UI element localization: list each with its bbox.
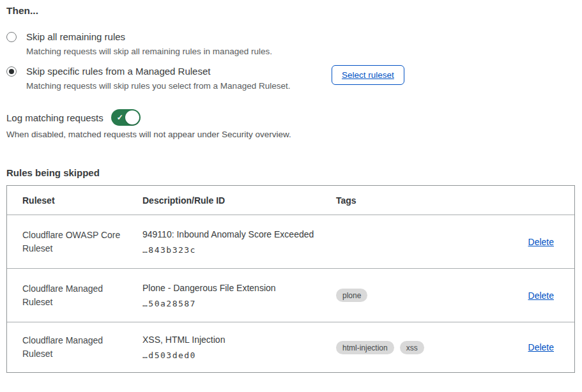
tags-cell: html-injection xss [336, 341, 497, 354]
rule-description-cell: 949110: Inbound Anomaly Score Exceeded …… [142, 229, 336, 255]
radio-description-skip-specific: Matching requests will skip rules you se… [26, 80, 290, 93]
delete-link[interactable]: Delete [528, 342, 554, 352]
rule-id: …d503ded0 [142, 351, 336, 360]
rule-description-cell: XSS, HTML Injection …d503ded0 [142, 335, 336, 360]
table-row: Cloudflare OWASP Core Ruleset 949110: In… [7, 215, 574, 268]
rule-id: …50a28587 [142, 299, 336, 308]
log-matching-row: Log matching requests ✓ [6, 109, 141, 126]
table-header-row: Ruleset Description/Rule ID Tags [7, 186, 574, 215]
delete-link[interactable]: Delete [528, 237, 554, 247]
radio-label-skip-all[interactable]: Skip all remaining rules [26, 30, 272, 43]
ruleset-name: Cloudflare OWASP Core Ruleset [7, 229, 142, 255]
log-matching-help-text: When disabled, matched requests will not… [6, 130, 291, 139]
toggle-knob[interactable] [125, 110, 139, 124]
log-matching-label: Log matching requests [6, 112, 103, 123]
radio-option-skip-all[interactable]: Skip all remaining rules Matching reques… [6, 30, 272, 58]
rules-table: Ruleset Description/Rule ID Tags Cloudfl… [6, 185, 575, 373]
actions-cell: Delete [528, 236, 574, 248]
rule-description: Plone - Dangerous File Extension [142, 283, 336, 293]
ruleset-name: Cloudflare Managed Ruleset [7, 334, 142, 361]
tag-pill: html-injection [336, 341, 394, 354]
tag-pill: xss [400, 341, 424, 354]
column-header-tags: Tags [336, 195, 497, 206]
actions-cell: Delete [528, 342, 574, 353]
rule-description: 949110: Inbound Anomaly Score Exceeded [142, 229, 336, 239]
delete-link[interactable]: Delete [528, 290, 554, 301]
radio-option-skip-specific[interactable]: Skip specific rules from a Managed Rules… [6, 64, 290, 93]
select-ruleset-button[interactable]: Select ruleset [332, 65, 404, 85]
radio-dot-icon [9, 69, 14, 74]
select-ruleset-button-label: Select ruleset [342, 70, 394, 80]
column-header-description: Description/Rule ID [142, 195, 336, 206]
radio-description-skip-all: Matching requests will skip all remainin… [26, 45, 272, 58]
column-header-ruleset: Ruleset [7, 195, 142, 206]
radio-button-selected[interactable] [6, 66, 17, 77]
radio-button-unselected[interactable] [6, 32, 17, 42]
actions-cell: Delete [528, 290, 574, 301]
radio-label-skip-specific[interactable]: Skip specific rules from a Managed Rules… [26, 64, 290, 78]
check-icon: ✓ [117, 114, 123, 121]
rule-description: XSS, HTML Injection [142, 335, 336, 345]
table-row: Cloudflare Managed Ruleset XSS, HTML Inj… [7, 322, 574, 372]
table-row: Cloudflare Managed Ruleset Plone - Dange… [7, 268, 574, 322]
tag-pill: plone [336, 289, 367, 302]
rules-being-skipped-heading: Rules being skipped [6, 167, 100, 178]
log-matching-toggle[interactable]: ✓ [111, 109, 141, 126]
rule-description-cell: Plone - Dangerous File Extension …50a285… [142, 283, 336, 308]
then-heading: Then... [6, 5, 38, 17]
tags-cell: plone [336, 289, 497, 302]
rule-id: …843b323c [142, 245, 336, 255]
ruleset-name: Cloudflare Managed Ruleset [7, 282, 142, 309]
